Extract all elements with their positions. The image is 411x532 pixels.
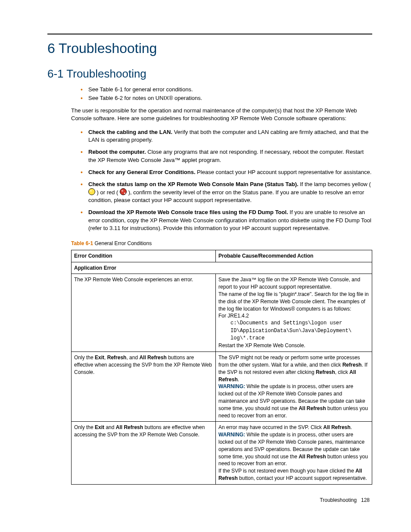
- table-row: Only the Exit, Refresh, and All Refresh …: [72, 352, 372, 422]
- troubleshoot-item: Download the XP Remote Web Console trace…: [82, 208, 372, 232]
- recommended-action-cell: Save the Java™ log file on the XP Remote…: [216, 274, 372, 352]
- table-number: Table 6-1: [71, 240, 93, 246]
- action-text: The name of the log file is "plugin*.tra…: [218, 291, 369, 312]
- action-text: For JRE1.4.2: [218, 313, 249, 319]
- table-caption: Table 6-1 General Error Conditions: [71, 240, 372, 247]
- action-bold: Refresh: [342, 362, 362, 368]
- cond-bold: All Refresh: [116, 424, 143, 430]
- intro-bullet: See Table 6-1 for general error conditio…: [82, 86, 372, 93]
- action-text: An error may have occurred in the SVP. C…: [218, 424, 323, 430]
- troubleshoot-item: Check the cabling and the LAN. Verify th…: [82, 128, 372, 144]
- table-title: General Error Conditions: [93, 240, 152, 246]
- action-bold: All Refresh: [323, 424, 350, 430]
- code-line: log\*.trace: [230, 335, 369, 342]
- table-group-row: Application Error: [72, 262, 372, 274]
- cond-bold: Exit: [95, 355, 104, 361]
- troubleshoot-item-bold: Check the status lamp on the XP Remote W…: [88, 181, 299, 187]
- cond-text: and: [104, 424, 116, 430]
- action-text: The SVP might not be ready or perform so…: [218, 355, 360, 368]
- table-header-cell: Probable Cause/Recommended Action: [216, 250, 372, 262]
- warning-label: WARNING:: [218, 432, 245, 438]
- code-line: ID\ApplicationData\Sun\Java\Deployment\: [230, 327, 369, 335]
- intro-paragraph: The user is responsible for the operatio…: [71, 107, 372, 122]
- table-header-row: Error Condition Probable Cause/Recommend…: [72, 250, 372, 262]
- troubleshoot-item-status-lamp: Check the status lamp on the XP Remote W…: [82, 180, 372, 205]
- troubleshoot-item-bold: Check for any General Error Conditions.: [88, 169, 196, 175]
- intro-bullet-list: See Table 6-1 for general error conditio…: [71, 86, 372, 102]
- section-body: See Table 6-1 for general error conditio…: [71, 86, 372, 485]
- error-condition-cell: Only the Exit, Refresh, and All Refresh …: [72, 352, 216, 422]
- action-text: button, contact your HP account support …: [238, 475, 367, 481]
- page-footer: Troubleshooting 128: [47, 497, 372, 504]
- cond-text: Only the: [74, 424, 95, 430]
- troubleshoot-item-text: Please contact your HP account support r…: [196, 169, 372, 175]
- action-bold: All Refresh: [299, 454, 326, 460]
- troubleshoot-item-bold: Reboot the computer.: [88, 149, 146, 155]
- action-bold: Refresh: [316, 369, 335, 375]
- table-row: Only the Exit and All Refresh buttons ar…: [72, 422, 372, 484]
- table-header-cell: Error Condition: [72, 250, 216, 262]
- cond-bold: Refresh: [107, 355, 127, 361]
- cond-bold: Exit: [95, 424, 104, 430]
- troubleshoot-item-bold: Check the cabling and the LAN.: [88, 129, 172, 135]
- footer-label: Troubleshooting: [320, 497, 357, 503]
- table-row: The XP Remote Web Console experiences an…: [72, 274, 372, 352]
- action-text: Restart the XP Remote Web Console.: [218, 342, 305, 348]
- troubleshoot-list: Check the cabling and the LAN. Verify th…: [71, 128, 372, 232]
- code-line: c:\Documents and Settings\logon user: [230, 320, 369, 327]
- chapter-heading: 6 Troubleshooting: [47, 39, 372, 58]
- status-lamp-text-pre: If the lamp becomes yellow (: [299, 181, 371, 187]
- status-lamp-text-mid: ) or red (: [95, 189, 120, 196]
- cond-bold: All Refresh: [139, 355, 166, 361]
- document-page: 6 Troubleshooting 6-1 Troubleshooting Se…: [0, 0, 411, 516]
- warning-label: WARNING:: [218, 383, 245, 389]
- intro-bullet: See Table 6-2 for notes on UNIX® operati…: [82, 94, 372, 102]
- recommended-action-cell: An error may have occurred in the SVP. C…: [216, 422, 372, 484]
- troubleshoot-item: Check for any General Error Conditions. …: [82, 168, 372, 176]
- recommended-action-cell: The SVP might not be ready or perform so…: [216, 352, 372, 422]
- top-rule: [47, 34, 372, 34]
- cond-text: ,: [104, 355, 107, 361]
- cond-text: Only the: [74, 355, 95, 361]
- troubleshoot-item-bold: Download the XP Remote Web Console trace…: [88, 209, 288, 215]
- troubleshoot-item: Reboot the computer. Close any programs …: [82, 148, 372, 164]
- table-group-cell: Application Error: [72, 262, 372, 274]
- action-text: Save the Java™ log file on the XP Remote…: [218, 277, 360, 290]
- footer-page-number: 128: [361, 497, 370, 503]
- action-text: .: [238, 376, 239, 383]
- status-lamp-yellow-icon: [88, 188, 95, 195]
- status-lamp-red-icon: [120, 188, 127, 195]
- action-text: .: [351, 424, 352, 430]
- error-condition-cell: The XP Remote Web Console experiences an…: [72, 274, 216, 352]
- action-text: , click: [335, 369, 349, 375]
- action-text: If the SVP is not restored even though y…: [218, 468, 355, 474]
- error-condition-cell: Only the Exit and All Refresh buttons ar…: [72, 422, 216, 484]
- error-conditions-table: Error Condition Probable Cause/Recommend…: [71, 250, 372, 485]
- action-bold: All Refresh: [299, 405, 326, 411]
- status-lamp-text-post: ), confirm the severity level of the err…: [88, 189, 364, 203]
- section-heading: 6-1 Troubleshooting: [47, 66, 372, 81]
- cond-text: , and: [126, 355, 139, 361]
